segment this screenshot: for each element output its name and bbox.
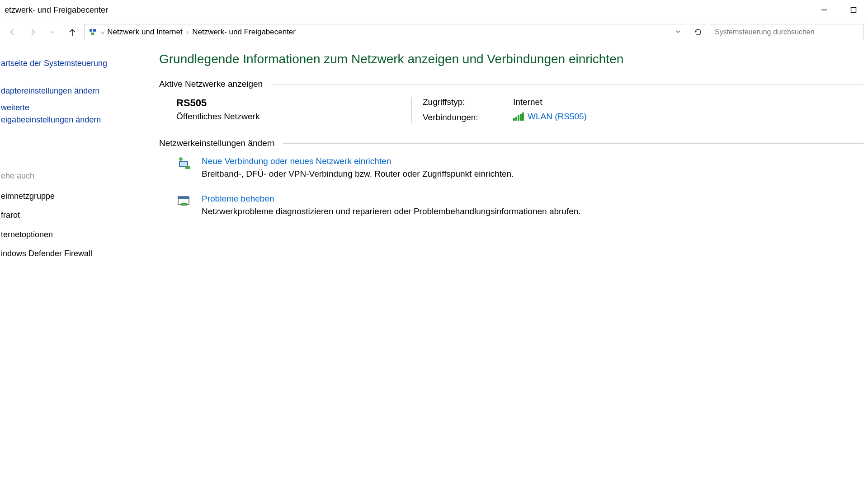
page-heading: Grundlegende Informationen zum Netzwerk …: [159, 52, 863, 66]
access-type-label: Zugriffstyp:: [423, 97, 513, 107]
content: Grundlegende Informationen zum Netzwerk …: [145, 44, 868, 270]
svg-rect-10: [181, 203, 187, 206]
connections-label: Verbindungen:: [423, 113, 513, 122]
svg-rect-3: [93, 29, 96, 32]
wlan-connection-link[interactable]: WLAN (RS505): [513, 112, 587, 122]
main-layout: artseite der Systemsteuerung daptereinst…: [0, 44, 868, 270]
see-also-heading: ehe auch: [1, 171, 136, 181]
change-settings-section: Netzwerkeinstellungen ändern: [159, 138, 863, 148]
divider-line: [283, 143, 863, 144]
svg-rect-2: [90, 29, 92, 32]
svg-rect-6: [180, 162, 187, 166]
troubleshoot-link[interactable]: Probleme beheben: [202, 194, 863, 204]
change-settings-title: Netzwerkeinstellungen ändern: [159, 138, 275, 148]
address-dropdown[interactable]: [673, 28, 683, 36]
troubleshoot-icon: [176, 194, 193, 210]
connection-name: WLAN (RS505): [528, 112, 587, 122]
recent-dropdown[interactable]: [44, 24, 61, 40]
new-connection-link[interactable]: Neue Verbindung oder neues Netzwerk einr…: [202, 156, 863, 166]
breadcrumb-prefix: «: [101, 28, 104, 36]
internet-options-link[interactable]: ternetoptionen: [1, 227, 136, 242]
homegroup-link[interactable]: eimnetzgruppe: [1, 189, 136, 203]
new-connection-icon: [176, 156, 193, 173]
control-panel-home-link[interactable]: artseite der Systemsteuerung: [1, 57, 136, 70]
new-connection-task: Neue Verbindung oder neues Netzwerk einr…: [159, 156, 863, 180]
troubleshoot-task: Probleme beheben Netzwerkprobleme diagno…: [159, 194, 863, 218]
chevron-right-icon: ›: [186, 28, 189, 37]
firewall-link[interactable]: indows Defender Firewall: [1, 246, 136, 261]
sidebar: artseite der Systemsteuerung daptereinst…: [0, 44, 145, 270]
maximize-button[interactable]: [839, 0, 868, 20]
svg-rect-7: [185, 166, 190, 169]
window-title: etzwerk- und Freigabecenter: [4, 5, 108, 15]
active-networks-title: Aktive Netzwerke anzeigen: [159, 79, 263, 89]
vertical-divider: [411, 97, 412, 123]
divider-line: [271, 84, 863, 84]
network-block: RS505 Öffentliches Netzwerk Zugriffstyp:…: [159, 97, 863, 123]
network-center-icon: [87, 27, 98, 38]
access-type-value: Internet: [513, 97, 863, 107]
titlebar: etzwerk- und Freigabecenter: [0, 0, 868, 20]
breadcrumb: Netzwerk und Internet › Netzwerk- und Fr…: [107, 28, 296, 37]
back-button[interactable]: [5, 24, 21, 40]
troubleshoot-desc: Netzwerkprobleme diagnostizieren und rep…: [202, 206, 863, 218]
address-bar[interactable]: « Netzwerk und Internet › Netzwerk- und …: [84, 24, 686, 40]
search-input[interactable]: [710, 24, 863, 40]
wifi-signal-icon: [513, 113, 524, 121]
new-connection-desc: Breitband-, DFÜ- oder VPN-Verbindung bzw…: [202, 168, 863, 180]
active-networks-section: Aktive Netzwerke anzeigen: [159, 79, 863, 89]
breadcrumb-current[interactable]: Netzwerk- und Freigabecenter: [192, 28, 296, 37]
network-identity: RS505 Öffentliches Netzwerk: [176, 97, 411, 123]
forward-button[interactable]: [24, 24, 41, 40]
adapter-settings-link[interactable]: daptereinstellungen ändern: [1, 85, 136, 97]
refresh-button[interactable]: [690, 24, 706, 40]
window-controls: [809, 0, 868, 20]
svg-rect-4: [91, 33, 94, 35]
svg-rect-1: [851, 8, 856, 13]
up-button[interactable]: [64, 24, 80, 40]
network-name: RS505: [176, 97, 411, 109]
minimize-button[interactable]: [809, 0, 839, 20]
infrared-link[interactable]: frarot: [1, 208, 136, 222]
navbar: « Netzwerk und Internet › Netzwerk- und …: [0, 20, 868, 44]
svg-rect-9: [178, 197, 189, 199]
network-type: Öffentliches Netzwerk: [176, 112, 411, 122]
advanced-sharing-link[interactable]: weiterte eigabeeinstellungen ändern: [1, 102, 136, 126]
network-details: Zugriffstyp: Internet Verbindungen: WLAN…: [423, 97, 863, 123]
breadcrumb-parent[interactable]: Netzwerk und Internet: [107, 28, 182, 37]
